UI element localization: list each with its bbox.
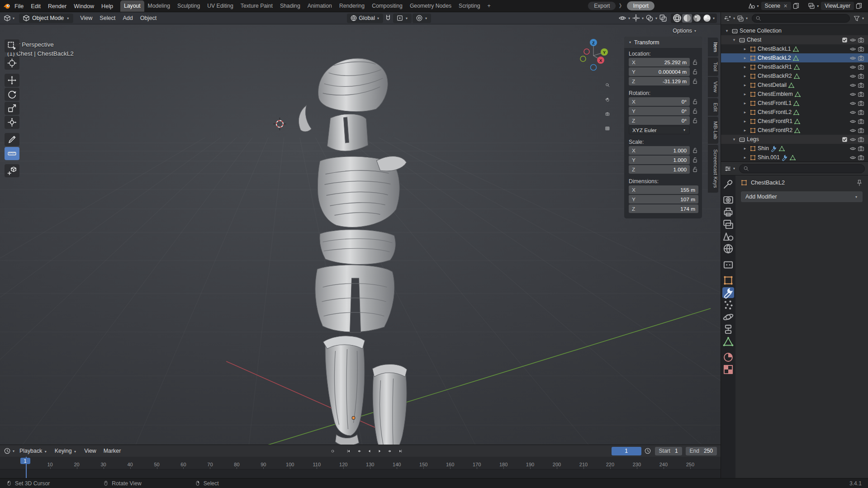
viewport-menu-select[interactable]: Select [96, 15, 119, 21]
hide-in-viewport-icon[interactable] [849, 145, 856, 152]
menu-file[interactable]: File [11, 3, 27, 9]
workspace-tab-uv-editing[interactable]: UV Editing [204, 0, 237, 12]
hide-in-viewport-icon[interactable] [849, 37, 856, 43]
playback-sync-icon[interactable] [644, 447, 651, 455]
unlink-scene-icon[interactable]: ✕ [783, 3, 787, 9]
lock-icon[interactable] [692, 68, 698, 75]
viewport-menu-add[interactable]: Add [119, 15, 136, 21]
move-tool[interactable] [5, 74, 19, 87]
disable-in-renders-icon[interactable] [858, 73, 864, 80]
properties-search-input[interactable] [739, 164, 865, 173]
transform-tool[interactable] [5, 116, 19, 129]
hide-in-viewport-icon[interactable] [849, 55, 856, 62]
timeline-ruler-area[interactable]: 1020304050607080901001101201301401501601… [0, 457, 721, 478]
show-object-types[interactable] [618, 14, 626, 23]
3d-viewport[interactable]: ▾Object Mode▾ViewSelectAddObjectGlobal▾▾… [0, 12, 721, 445]
new-view-layer-button-icon[interactable] [855, 2, 863, 9]
properties-tab-world[interactable] [722, 243, 734, 254]
outliner-row-chestfrontr2[interactable]: ▸ChestFrontR2 [721, 126, 868, 135]
frame-ruler[interactable]: 1020304050607080901001101201301401501601… [0, 457, 721, 469]
mode-dropdown[interactable]: Object Mode▾ [19, 14, 73, 23]
sidebar-tab-tool[interactable]: Tool [708, 57, 718, 76]
snap-target-dropdown[interactable]: ▾ [393, 14, 412, 23]
editor-type-outliner-icon[interactable] [724, 15, 731, 22]
browse-view-layer-icon[interactable] [808, 2, 815, 9]
timeline-menu-view[interactable]: View [81, 448, 100, 454]
lock-icon[interactable] [692, 98, 698, 105]
disable-in-renders-icon[interactable] [858, 136, 864, 143]
camera-view-button[interactable] [602, 109, 612, 119]
collection-checkbox-icon[interactable] [841, 136, 848, 143]
location-z-field[interactable]: Z-31.129 m [629, 77, 690, 85]
workspace-tab-sculpting[interactable]: Sculpting [174, 0, 204, 12]
workspace-tab-modeling[interactable]: Modeling [144, 0, 174, 12]
timeline-menu-playback[interactable]: Playback ▾ [16, 448, 51, 454]
workspace-tab-shading[interactable]: Shading [276, 0, 304, 12]
properties-tab-modifiers[interactable] [722, 287, 734, 298]
gizmo-y-neg-axis[interactable] [580, 56, 586, 62]
outliner-row-chestbackr1[interactable]: ▸ChestBackR1 [721, 62, 868, 71]
menu-edit[interactable]: Edit [27, 3, 44, 9]
hide-in-viewport-icon[interactable] [849, 127, 856, 134]
properties-tab-view-layer[interactable] [722, 219, 734, 230]
menu-render[interactable]: Render [44, 3, 70, 9]
outliner-row-chestfrontl1[interactable]: ▸ChestFrontL1 [721, 99, 868, 108]
auto-keying-toggle[interactable] [328, 446, 337, 455]
add-cube-tool[interactable] [5, 164, 19, 177]
annotate-tool[interactable] [5, 133, 19, 146]
scene-name-field[interactable]: Scene✕ [761, 1, 792, 10]
hide-in-viewport-icon[interactable] [849, 73, 856, 80]
import-button[interactable]: Import [627, 1, 655, 10]
disable-in-renders-icon[interactable] [858, 64, 864, 71]
location-x-field[interactable]: X25.292 m [629, 58, 690, 66]
lock-icon[interactable] [692, 59, 698, 66]
hide-in-viewport-icon[interactable] [849, 118, 856, 125]
dimensions-x-field[interactable]: X155 m [629, 185, 698, 194]
editor-type-timeline-icon[interactable] [4, 447, 11, 455]
viewport-menu-view[interactable]: View [77, 15, 95, 21]
gizmo-z-neg-axis[interactable] [591, 65, 597, 71]
end-frame-field[interactable]: End250 [686, 447, 717, 455]
outliner-row-chest[interactable]: ▾Chest [721, 35, 868, 44]
jump-to-next-keyframe-button[interactable] [385, 446, 395, 455]
current-frame-field[interactable]: 1 [612, 447, 641, 455]
location-y-field[interactable]: Y0.000004 m [629, 67, 690, 76]
properties-tab-object-data[interactable] [722, 336, 734, 347]
options-dropdown[interactable]: Options▾ [670, 27, 700, 34]
jump-to-start-button[interactable] [344, 446, 353, 455]
outliner-row-legs[interactable]: ▾Legs [721, 135, 868, 144]
scale-tool[interactable] [5, 102, 19, 115]
scale-y-field[interactable]: Y1.000 [629, 156, 690, 164]
properties-tab-texture[interactable] [722, 364, 734, 375]
lock-icon[interactable] [692, 78, 698, 85]
transform-panel-header[interactable]: ▾Transform [624, 37, 702, 48]
collection-checkbox-icon[interactable] [841, 37, 848, 43]
properties-tab-constraints[interactable] [722, 324, 734, 335]
properties-tab-render[interactable] [722, 194, 734, 205]
rotation-x-field[interactable]: X0° [629, 97, 690, 106]
hide-in-viewport-icon[interactable] [849, 91, 856, 98]
workspace-tab-layout[interactable]: Layout [120, 0, 144, 12]
outliner-row-chestbackr2[interactable]: ▸ChestBackR2 [721, 71, 868, 81]
properties-tab-tool[interactable] [722, 179, 734, 190]
rotation-mode-dropdown[interactable]: XYZ Euler▾ [629, 126, 690, 134]
properties-tab-particles[interactable] [722, 299, 734, 310]
dimensions-y-field[interactable]: Y107 m [629, 195, 698, 204]
hide-in-viewport-icon[interactable] [849, 82, 856, 89]
navigation-gizmo[interactable]: Z Y X [575, 38, 612, 75]
cursor-tool[interactable] [5, 57, 19, 70]
disable-in-renders-icon[interactable] [858, 154, 864, 161]
rotation-z-field[interactable]: Z0° [629, 116, 690, 125]
disable-in-renders-icon[interactable] [858, 82, 864, 89]
workspace-tab-compositing[interactable]: Compositing [368, 0, 406, 12]
play-reverse-button[interactable] [365, 446, 374, 455]
orientation-dropdown[interactable]: Global▾ [347, 14, 383, 23]
dimensions-z-field[interactable]: Z174 m [629, 204, 698, 213]
outliner-row-shin-001[interactable]: ▸Shin.001 [721, 153, 868, 161]
show-gizmos-toggle[interactable] [632, 14, 640, 23]
proportional-dropdown[interactable]: ▾ [413, 14, 431, 23]
view-layer-name-field[interactable]: ViewLayer [821, 1, 854, 10]
disable-in-renders-icon[interactable] [858, 100, 864, 107]
workspace-tab-geometry-nodes[interactable]: Geometry Nodes [406, 0, 455, 12]
export-button[interactable]: Export [588, 1, 616, 10]
